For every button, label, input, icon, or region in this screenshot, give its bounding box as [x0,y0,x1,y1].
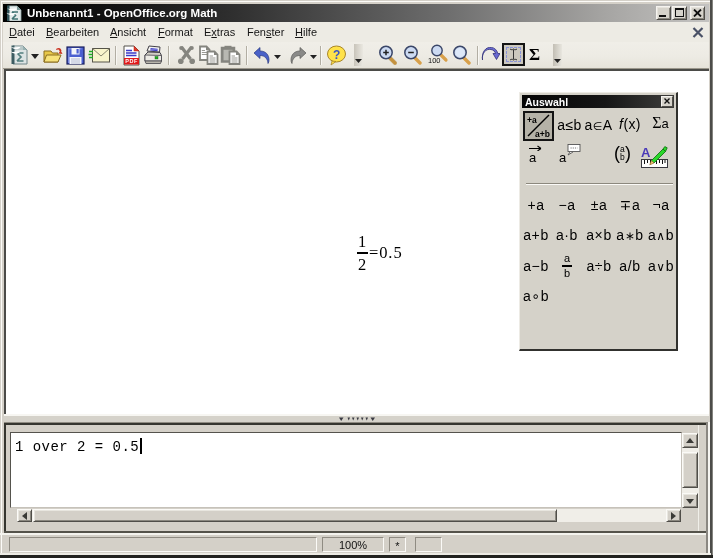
svg-text:100: 100 [428,56,441,65]
svg-text:a+b: a+b [535,129,550,139]
svg-text:?: ? [333,48,340,62]
svg-text:A: A [641,145,651,160]
svg-text:PDF: PDF [125,58,138,64]
svg-text:+a: +a [527,115,537,125]
